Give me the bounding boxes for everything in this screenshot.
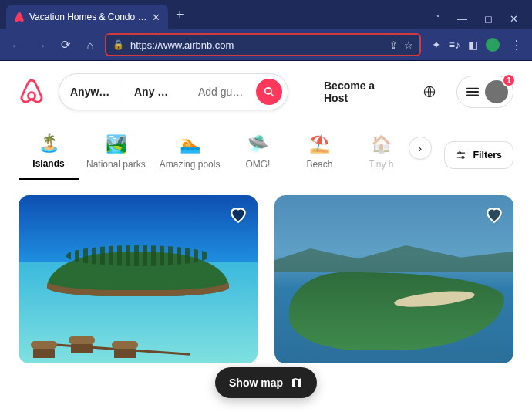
- category-tabs: 🏝️ Islands 🏞️ National parks 🏊 Amazing p…: [0, 123, 532, 180]
- language-button[interactable]: [417, 78, 443, 106]
- new-tab-button[interactable]: +: [168, 7, 192, 23]
- category-tiny-homes[interactable]: 🏠 Tiny h: [351, 131, 411, 179]
- back-button[interactable]: ←: [6, 35, 26, 55]
- categories-next-button[interactable]: ›: [409, 137, 432, 160]
- sliders-icon: [456, 150, 466, 160]
- browser-titlebar: Vacation Homes & Condo Rental ✕ + ˅ — ◻ …: [0, 0, 532, 29]
- tab-title: Vacation Homes & Condo Rental: [29, 12, 147, 22]
- panel-icon[interactable]: ◧: [468, 39, 478, 51]
- search-when[interactable]: Any w…: [123, 86, 187, 98]
- address-bar[interactable]: 🔒 https://www.airbnb.com ⇪ ☆: [105, 33, 421, 56]
- category-label: OMG!: [245, 159, 270, 170]
- wishlist-button[interactable]: [228, 204, 248, 225]
- category-label: Beach: [306, 159, 332, 170]
- tab-close-icon[interactable]: ✕: [152, 12, 160, 23]
- share-icon[interactable]: ⇪: [389, 39, 398, 51]
- maximize-icon[interactable]: ◻: [484, 13, 493, 25]
- site-header: Anywh… Any w… Add gue… Become a Host 1: [0, 61, 532, 123]
- browser-menu-button[interactable]: ⋮: [507, 38, 526, 52]
- heart-icon: [228, 204, 248, 225]
- forward-button[interactable]: →: [31, 35, 51, 55]
- umbrella-icon: ⛱️: [309, 134, 330, 154]
- extensions-area: ✦ ≡♪ ◧: [426, 38, 503, 52]
- show-map-button[interactable]: Show map: [215, 367, 317, 398]
- heart-icon: [484, 204, 504, 225]
- become-host-link[interactable]: Become a Host: [316, 73, 403, 110]
- pool-icon: 🏊: [180, 134, 200, 154]
- map-icon: [291, 377, 303, 389]
- filters-label: Filters: [473, 150, 502, 160]
- minimize-icon[interactable]: —: [457, 13, 467, 25]
- category-label: Tiny h: [369, 159, 393, 170]
- search-button[interactable]: [256, 79, 282, 105]
- hamburger-icon: [466, 87, 479, 96]
- listing-card[interactable]: [274, 195, 513, 363]
- lock-icon: 🔒: [113, 39, 124, 50]
- svg-point-0: [28, 93, 35, 100]
- svg-point-4: [459, 152, 461, 154]
- search-guests[interactable]: Add gue…: [187, 86, 251, 98]
- category-beach[interactable]: ⛱️ Beach: [289, 131, 349, 179]
- island-icon: 🏝️: [39, 133, 59, 154]
- search-icon: [264, 86, 274, 97]
- category-islands[interactable]: 🏝️ Islands: [19, 130, 79, 180]
- listing-card[interactable]: [19, 195, 258, 363]
- park-icon: 🏞️: [106, 134, 126, 154]
- search-where[interactable]: Anywh…: [59, 86, 123, 98]
- svg-line-2: [271, 93, 274, 96]
- house-icon: 🏠: [371, 134, 392, 154]
- reload-button[interactable]: ⟳: [56, 35, 76, 55]
- category-amazing-pools[interactable]: 🏊 Amazing pools: [153, 131, 227, 179]
- reader-icon[interactable]: ≡♪: [449, 39, 460, 51]
- page-viewport: Anywh… Any w… Add gue… Become a Host 1 🏝…: [0, 60, 532, 412]
- page-scroll[interactable]: Anywh… Any w… Add gue… Become a Host 1 🏝…: [0, 61, 532, 412]
- bookmark-icon[interactable]: ☆: [404, 39, 413, 51]
- notification-badge: 1: [502, 73, 516, 87]
- globe-icon: [423, 86, 436, 98]
- url-text: https://www.airbnb.com: [130, 39, 383, 51]
- category-omg[interactable]: 🛸 OMG!: [227, 131, 288, 179]
- browser-toolbar: ← → ⟳ ⌂ 🔒 https://www.airbnb.com ⇪ ☆ ✦ ≡…: [0, 29, 532, 60]
- home-button[interactable]: ⌂: [80, 35, 100, 55]
- airbnb-logo-icon[interactable]: [19, 78, 45, 106]
- show-map-label: Show map: [229, 377, 283, 389]
- svg-point-5: [462, 157, 464, 159]
- profile-extension-icon[interactable]: [486, 38, 500, 52]
- wishlist-button[interactable]: [484, 204, 504, 225]
- extensions-icon[interactable]: ✦: [432, 39, 441, 51]
- close-window-icon[interactable]: ✕: [510, 13, 518, 25]
- search-bar: Anywh… Any w… Add gue…: [59, 73, 288, 110]
- ufo-icon: 🛸: [247, 134, 268, 154]
- category-label: Islands: [32, 158, 64, 169]
- dropdown-icon[interactable]: ˅: [436, 14, 440, 25]
- category-label: National parks: [86, 159, 146, 170]
- window-controls: ˅ — ◻ ✕: [436, 13, 532, 29]
- user-menu[interactable]: 1: [456, 76, 513, 108]
- browser-tab[interactable]: Vacation Homes & Condo Rental ✕: [6, 5, 168, 29]
- filters-button[interactable]: Filters: [444, 141, 513, 169]
- category-label: Amazing pools: [160, 159, 221, 170]
- category-national-parks[interactable]: 🏞️ National parks: [80, 131, 152, 179]
- airbnb-favicon-icon: [14, 12, 25, 22]
